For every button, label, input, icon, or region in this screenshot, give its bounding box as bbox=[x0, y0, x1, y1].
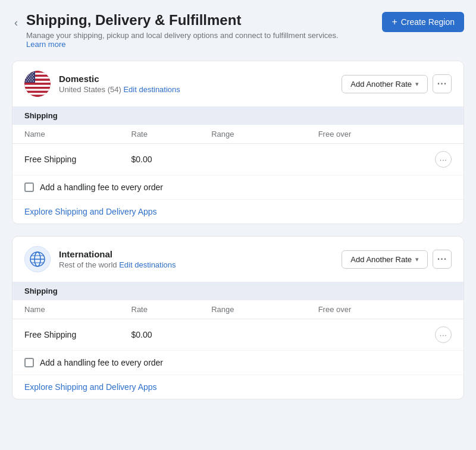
domestic-region-text: Domestic United States (54) Edit destina… bbox=[59, 74, 180, 94]
page-container: ‹ Shipping, Delivery & Fulfillment Manag… bbox=[12, 12, 464, 399]
international-col-free-over: Free over bbox=[318, 305, 425, 314]
svg-point-38 bbox=[26, 81, 27, 82]
svg-point-40 bbox=[30, 81, 32, 82]
international-handling-fee-row: Add a handling fee to every order bbox=[12, 351, 464, 375]
international-explore-apps-link[interactable]: Explore Shipping and Delivery Apps bbox=[12, 375, 464, 399]
international-flag bbox=[24, 246, 51, 272]
domestic-handling-fee-row: Add a handling fee to every order bbox=[12, 175, 464, 200]
international-region-name: International bbox=[59, 249, 176, 259]
learn-more-link[interactable]: Learn more bbox=[26, 40, 65, 49]
international-handling-fee-checkbox[interactable] bbox=[24, 358, 34, 367]
svg-point-20 bbox=[33, 72, 34, 73]
create-region-button[interactable]: + Create Region bbox=[382, 12, 464, 32]
svg-rect-14 bbox=[24, 93, 51, 95]
svg-point-22 bbox=[29, 73, 30, 74]
domestic-col-free-over: Free over bbox=[318, 130, 425, 139]
domestic-region-header: Domestic United States (54) Edit destina… bbox=[12, 61, 464, 106]
plus-icon: + bbox=[392, 17, 397, 27]
svg-point-33 bbox=[30, 78, 32, 79]
domestic-shipping-section-header: Shipping bbox=[12, 106, 464, 125]
international-row-more-button[interactable]: ··· bbox=[435, 326, 452, 343]
title-group: Shipping, Delivery & Fulfillment Manage … bbox=[26, 12, 359, 49]
domestic-explore-apps-link[interactable]: Explore Shipping and Delivery Apps bbox=[12, 200, 464, 224]
domestic-handling-fee-label: Add a handling fee to every order bbox=[40, 182, 163, 192]
back-button[interactable]: ‹ bbox=[12, 14, 20, 32]
domestic-region-actions: Add Another Rate ▾ ··· bbox=[342, 74, 452, 93]
international-row-more-icon: ··· bbox=[440, 331, 447, 339]
international-add-rate-label: Add Another Rate bbox=[350, 255, 412, 264]
domestic-region-card: Domestic United States (54) Edit destina… bbox=[12, 61, 464, 224]
international-table-header: Name Rate Range Free over bbox=[12, 300, 464, 319]
domestic-add-rate-button[interactable]: Add Another Rate ▾ bbox=[342, 75, 428, 93]
international-region-info: International Rest of the world Edit des… bbox=[24, 246, 176, 272]
svg-point-26 bbox=[30, 75, 32, 76]
domestic-region-destinations: United States (54) Edit destinations bbox=[59, 85, 180, 94]
svg-rect-9 bbox=[24, 83, 51, 84]
international-col-rate: Rate bbox=[131, 305, 212, 314]
international-add-rate-chevron-icon: ▾ bbox=[415, 256, 419, 263]
header-left: ‹ Shipping, Delivery & Fulfillment Manag… bbox=[12, 12, 359, 49]
international-more-button[interactable]: ··· bbox=[433, 250, 452, 269]
svg-point-30 bbox=[32, 76, 33, 77]
page-subtitle: Manage your shipping, pickup and local d… bbox=[26, 31, 359, 49]
domestic-region-name: Domestic bbox=[59, 74, 180, 84]
svg-point-27 bbox=[33, 75, 34, 76]
domestic-row-more-icon: ··· bbox=[440, 155, 447, 164]
international-row-rate: $0.00 bbox=[131, 330, 212, 339]
international-col-name: Name bbox=[24, 305, 131, 314]
svg-rect-4 bbox=[24, 73, 51, 74]
international-more-icon: ··· bbox=[437, 254, 447, 265]
svg-point-29 bbox=[29, 76, 30, 77]
international-handling-fee-label: Add a handling fee to every order bbox=[40, 358, 163, 367]
back-icon: ‹ bbox=[14, 17, 18, 29]
svg-point-35 bbox=[27, 79, 28, 80]
domestic-row-name: Free Shipping bbox=[24, 155, 131, 164]
domestic-row-rate: $0.00 bbox=[131, 155, 212, 164]
svg-rect-12 bbox=[24, 89, 51, 90]
domestic-handling-fee-checkbox[interactable] bbox=[24, 182, 34, 192]
svg-point-18 bbox=[28, 72, 29, 73]
international-row-name: Free Shipping bbox=[24, 330, 131, 339]
domestic-region-info: Domestic United States (54) Edit destina… bbox=[24, 71, 180, 97]
svg-point-19 bbox=[30, 72, 32, 73]
international-row-actions: ··· bbox=[425, 326, 452, 343]
svg-point-17 bbox=[26, 72, 27, 73]
international-col-range: Range bbox=[211, 305, 318, 314]
svg-point-31 bbox=[26, 78, 27, 79]
international-region-text: International Rest of the world Edit des… bbox=[59, 249, 176, 269]
international-add-rate-button[interactable]: Add Another Rate ▾ bbox=[342, 250, 428, 269]
domestic-row-more-button[interactable]: ··· bbox=[435, 151, 452, 168]
svg-point-34 bbox=[33, 78, 34, 79]
svg-point-23 bbox=[32, 73, 33, 74]
svg-rect-13 bbox=[24, 91, 51, 93]
domestic-row-actions: ··· bbox=[425, 151, 452, 168]
international-col-actions bbox=[425, 305, 452, 314]
domestic-add-rate-label: Add Another Rate bbox=[350, 80, 412, 89]
svg-point-28 bbox=[27, 76, 28, 77]
svg-rect-15 bbox=[24, 95, 51, 97]
domestic-edit-destinations-link[interactable]: Edit destinations bbox=[123, 85, 180, 94]
svg-point-24 bbox=[26, 75, 27, 76]
svg-rect-11 bbox=[24, 87, 51, 89]
domestic-more-icon: ··· bbox=[437, 78, 447, 89]
page-title: Shipping, Delivery & Fulfillment bbox=[26, 12, 359, 29]
domestic-col-rate: Rate bbox=[131, 130, 212, 139]
domestic-flag bbox=[24, 71, 51, 97]
domestic-more-button[interactable]: ··· bbox=[433, 74, 452, 93]
domestic-table-header: Name Rate Range Free over bbox=[12, 125, 464, 144]
svg-point-37 bbox=[32, 79, 33, 80]
domestic-col-name: Name bbox=[24, 130, 131, 139]
international-table-row: Free Shipping $0.00 ··· bbox=[12, 319, 464, 351]
international-region-card: International Rest of the world Edit des… bbox=[12, 236, 464, 399]
svg-point-32 bbox=[28, 78, 29, 79]
svg-rect-3 bbox=[24, 71, 51, 73]
svg-point-25 bbox=[28, 75, 29, 76]
svg-point-21 bbox=[27, 73, 28, 74]
international-shipping-section-header: Shipping bbox=[12, 282, 464, 300]
domestic-col-range: Range bbox=[211, 130, 318, 139]
international-edit-destinations-link[interactable]: Edit destinations bbox=[119, 260, 176, 269]
svg-rect-10 bbox=[24, 85, 51, 87]
international-region-header: International Rest of the world Edit des… bbox=[12, 237, 464, 282]
svg-point-41 bbox=[33, 81, 34, 82]
domestic-add-rate-chevron-icon: ▾ bbox=[415, 80, 419, 88]
